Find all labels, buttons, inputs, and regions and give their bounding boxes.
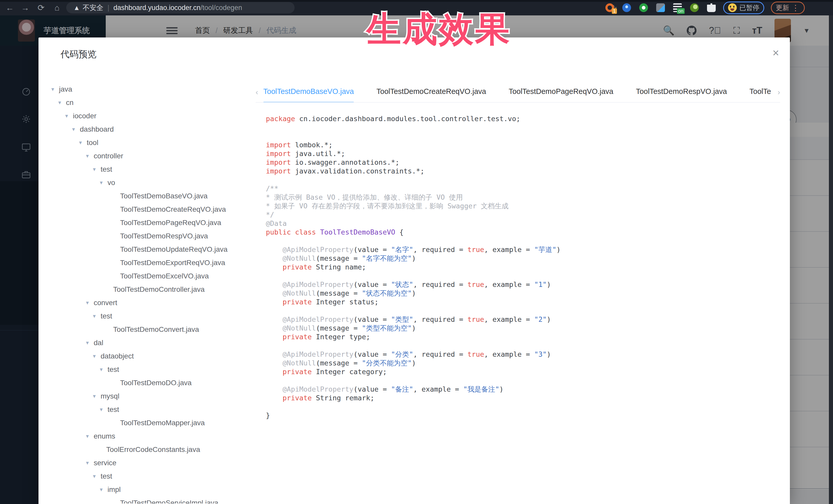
tree-folder-test[interactable]: ▾test [39,470,254,483]
code-line: package cn.iocoder.dashboard.modules.too… [266,115,777,123]
tree-folder-controller[interactable]: ▾controller [39,149,254,163]
tree-folder-mysql[interactable]: ▾mysql [39,389,254,403]
tree-file-ToolTestDemoRespVO.java[interactable]: ToolTestDemoRespVO.java [39,230,254,243]
tree-node-label: service [94,459,117,467]
tree-node-label: test [101,312,112,320]
tree-node-label: dataobject [101,352,134,360]
tree-node-label: impl [108,485,121,494]
reload-icon[interactable]: ⟳ [36,3,46,13]
tree-file-ToolTestDemoUpdateReqVO.java[interactable]: ToolTestDemoUpdateReqVO.java [39,243,254,256]
tree-expand-icon[interactable]: ▾ [100,366,108,373]
tree-file-ToolTestDemoMapper.java[interactable]: ToolTestDemoMapper.java [39,416,254,430]
tree-folder-test[interactable]: ▾test [39,363,254,376]
tree-folder-test[interactable]: ▾test [39,163,254,176]
tree-expand-icon[interactable]: ▾ [72,126,80,133]
tab-ToolTestDemoRespVO.java[interactable]: ToolTestDemoRespVO.java [636,83,727,102]
back-icon[interactable]: ← [5,3,15,13]
tree-folder-dal[interactable]: ▾dal [39,336,254,350]
annotation-text: 生成效果 [341,3,536,55]
tree-expand-icon[interactable]: ▾ [93,393,101,400]
tree-expand-icon[interactable]: ▾ [93,353,101,360]
tree-folder-convert[interactable]: ▾convert [39,296,254,310]
url-host: dashboard.yudao.iocoder.cn [114,4,200,12]
tabs-scroll-right-icon[interactable]: › [778,88,780,96]
grid-diamond-icon[interactable] [656,3,666,13]
browser-scrollbar[interactable] [829,16,833,504]
tree-node-label: cn [66,99,74,107]
tree-expand-icon[interactable]: ▾ [86,153,94,159]
tree-folder-vo[interactable]: ▾vo [39,176,254,189]
tree-folder-impl[interactable]: ▾impl [39,483,254,496]
code-line: @NotNull(message = "类型不能为空") [266,324,777,333]
tree-folder-test[interactable]: ▾test [39,403,254,416]
tree-node-label: test [108,365,119,374]
tree-file-ToolTestDemoCreateReqVO.java[interactable]: ToolTestDemoCreateReqVO.java [39,203,254,216]
browser-menu-icon[interactable]: ⋮ [792,3,800,12]
close-icon[interactable]: × [772,48,779,58]
tree-folder-java[interactable]: ▾java [39,82,254,96]
paused-extension-pill[interactable]: 已暂停 [723,2,764,14]
tree-folder-iocoder[interactable]: ▾iocoder [39,109,254,123]
tree-expand-icon[interactable]: ▾ [86,460,94,466]
tree-file-ToolTestDemoConvert.java[interactable]: ToolTestDemoConvert.java [39,323,254,336]
tab-ToolTe[interactable]: ToolTe [749,83,771,102]
tree-file-ToolTestDemoBaseVO.java[interactable]: ToolTestDemoBaseVO.java [39,189,254,203]
tree-expand-icon[interactable]: ▾ [93,313,101,319]
tree-file-ToolTestDemoController.java[interactable]: ToolTestDemoController.java [39,283,254,296]
tree-expand-icon[interactable]: ▾ [86,299,94,306]
tree-node-label: vo [108,178,115,187]
tab-ToolTestDemoCreateReqVO.java[interactable]: ToolTestDemoCreateReqVO.java [377,83,486,102]
puzzle-icon[interactable] [706,3,716,13]
tree-file-ToolTestDemoServiceImpl.java[interactable]: ToolTestDemoServiceImpl.java [39,496,254,503]
forward-icon[interactable]: → [20,3,30,13]
tree-expand-icon[interactable]: ▾ [86,339,94,346]
tree-expand-icon[interactable]: ▾ [93,166,101,173]
tabs-scroll-left-icon[interactable]: ‹ [256,88,258,96]
tree-node-label: ToolTestDemoDO.java [120,379,192,387]
tree-file-ToolTestDemoDO.java[interactable]: ToolTestDemoDO.java [39,376,254,389]
tree-folder-dashboard[interactable]: ▾dashboard [39,123,254,136]
tree-file-ToolTestDemoExcelVO.java[interactable]: ToolTestDemoExcelVO.java [39,269,254,283]
tree-folder-dataobject[interactable]: ▾dataobject [39,350,254,363]
tree-file-ToolErrorCodeConstants.java[interactable]: ToolErrorCodeConstants.java [39,443,254,456]
tree-expand-icon[interactable]: ▾ [79,139,87,146]
tree-node-label: ToolTestDemoPageReqVO.java [120,219,221,227]
tab-ToolTestDemoBaseVO.java[interactable]: ToolTestDemoBaseVO.java [263,83,354,102]
green-circle-icon[interactable] [639,3,649,13]
list-icon[interactable]: on [672,3,683,13]
extension-badge: 1 [612,8,617,14]
tree-expand-icon[interactable]: ▾ [100,486,108,493]
tab-ToolTestDemoPageReqVO.java[interactable]: ToolTestDemoPageReqVO.java [509,83,613,102]
tree-expand-icon[interactable]: ▾ [86,433,94,439]
tree-node-label: ToolErrorCodeConstants.java [106,446,200,454]
tree-expand-icon[interactable]: ▾ [100,179,108,186]
tree-expand-icon[interactable]: ▾ [58,99,66,106]
home-icon[interactable]: ⌂ [52,3,62,13]
tree-folder-service[interactable]: ▾service [39,456,254,470]
tree-node-label: ToolTestDemoConvert.java [113,326,199,334]
tree-node-label: convert [94,299,117,307]
leaf-icon[interactable] [689,3,699,13]
tree-folder-enums[interactable]: ▾enums [39,430,254,443]
tree-file-ToolTestDemoPageReqVO.java[interactable]: ToolTestDemoPageReqVO.java [39,216,254,230]
code-line: private Integer type; [266,333,777,341]
code-view: package cn.iocoder.dashboard.modules.too… [266,115,777,420]
tree-expand-icon[interactable]: ▾ [51,86,59,93]
tree-node-label: ToolTestDemoCreateReqVO.java [120,205,226,214]
security-warning-icon[interactable]: ▲ [73,4,80,12]
tree-folder-cn[interactable]: ▾cn [39,96,254,109]
address-bar[interactable]: ▲ 不安全 | dashboard.yudao.iocoder.cn/tool/… [66,2,294,13]
tree-expand-icon[interactable]: ▾ [65,113,73,119]
tree-file-ToolTestDemoExportReqVO.java[interactable]: ToolTestDemoExportReqVO.java [39,256,254,269]
browser-update-button[interactable]: 更新 ⋮ [771,2,805,14]
update-label: 更新 [776,3,789,12]
code-line: @ApiModelProperty(value = "状态", required… [266,280,777,289]
tree-expand-icon[interactable]: ▾ [93,473,101,480]
code-line [266,271,777,280]
extension-tray: 1on 已暂停 更新 ⋮ [604,2,805,14]
pin-icon[interactable] [622,3,632,13]
tree-folder-tool[interactable]: ▾tool [39,136,254,149]
tree-folder-test[interactable]: ▾test [39,310,254,323]
tree-expand-icon[interactable]: ▾ [100,406,108,413]
ublock-icon[interactable]: 1 [604,3,615,13]
